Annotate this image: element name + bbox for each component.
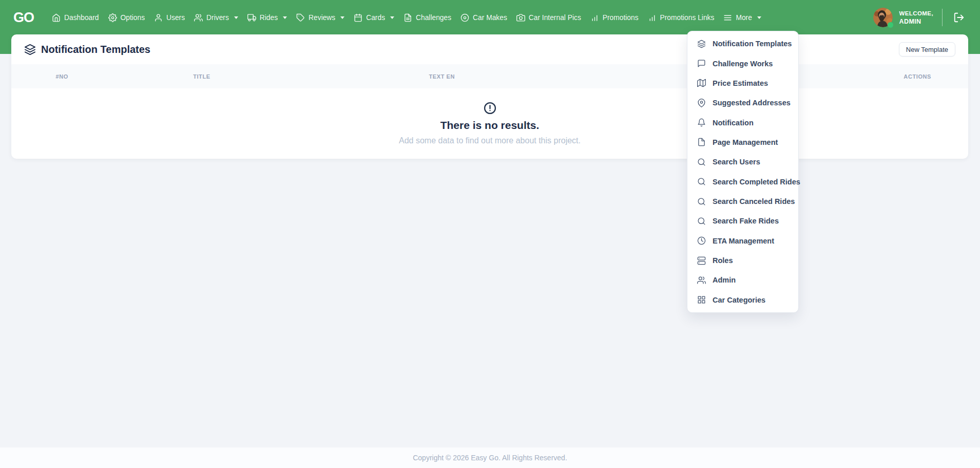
layers-icon [24, 44, 36, 55]
card-header: Notification Templates New Template [11, 34, 968, 64]
menu-item-label: Notification [713, 119, 754, 127]
chevron-down-icon [234, 16, 238, 19]
column-header-title: TITLE [113, 73, 291, 80]
file-text-icon [403, 13, 412, 22]
menu-item-label: Search Fake Rides [713, 217, 779, 225]
menu-item-admin[interactable]: Admin [687, 270, 798, 290]
server-icon [697, 256, 706, 265]
layers-icon [697, 40, 706, 48]
online-status-dot [888, 22, 893, 28]
bar-chart-icon [648, 13, 657, 22]
nav-item-label: Promotions [603, 14, 639, 22]
copyright-text: Copyright © 2026 Easy Go. All Rights Res… [413, 454, 567, 462]
column-header-no: #NO [11, 73, 113, 80]
nav-item-label: Promotions Links [660, 14, 715, 22]
layers-icon [24, 44, 36, 55]
menu-item-search-canceled-rides[interactable]: Search Canceled Rides [687, 192, 798, 211]
menu-icon [723, 13, 732, 22]
column-header-text-en: TEXT EN [291, 73, 593, 80]
nav-item-label: Reviews [309, 14, 335, 22]
nav-item-users[interactable]: Users [149, 7, 189, 28]
nav-item-label: Users [166, 14, 185, 22]
nav-item-label: Car Internal Pics [529, 14, 581, 22]
home-icon [52, 13, 61, 22]
menu-item-search-completed-rides[interactable]: Search Completed Rides [687, 172, 798, 192]
menu-item-challenge-works[interactable]: Challenge Works [687, 53, 798, 73]
page-title: Notification Templates [24, 44, 150, 55]
search-icon [697, 177, 706, 186]
menu-item-search-fake-rides[interactable]: Search Fake Rides [687, 211, 798, 231]
menu-item-notification[interactable]: Notification [687, 113, 798, 132]
page-title-text: Notification Templates [41, 44, 150, 55]
nav-item-rides[interactable]: Rides [243, 7, 292, 28]
nav-item-cards[interactable]: Cards [349, 7, 399, 28]
nav-item-label: Options [121, 14, 145, 22]
empty-state-title: There is no results. [440, 119, 540, 132]
new-template-button[interactable]: New Template [899, 42, 955, 57]
nav-item-options[interactable]: Options [104, 7, 150, 28]
empty-state: There is no results. Add some data to fi… [11, 88, 968, 159]
welcome-text: WELCOME, ADMIN [899, 10, 933, 25]
search-icon [697, 197, 706, 206]
user-icon [154, 13, 163, 22]
menu-item-label: ETA Management [713, 237, 774, 245]
column-header-actions: ACTIONS [867, 73, 968, 80]
file-icon [697, 138, 706, 146]
chevron-down-icon [390, 16, 394, 19]
truck-icon [247, 13, 256, 22]
nav-item-challenges[interactable]: Challenges [399, 7, 456, 28]
search-icon [697, 158, 706, 166]
gear-icon [108, 13, 117, 22]
grid-icon [697, 295, 706, 304]
page-footer: Copyright © 2026 Easy Go. All Rights Res… [0, 447, 980, 468]
chevron-down-icon [283, 16, 287, 19]
brand-logo[interactable]: GO [13, 10, 34, 26]
menu-item-notification-templates[interactable]: Notification Templates [687, 34, 798, 53]
logout-button[interactable] [951, 10, 967, 25]
nav-item-drivers[interactable]: Drivers [189, 7, 243, 28]
menu-item-search-users[interactable]: Search Users [687, 152, 798, 172]
logout-icon [953, 12, 965, 23]
nav-item-promotions[interactable]: Promotions [586, 7, 643, 28]
menu-item-page-management[interactable]: Page Management [687, 133, 798, 152]
menu-item-eta-management[interactable]: ETA Management [687, 231, 798, 251]
nav-item-label: Car Makes [473, 14, 507, 22]
notification-templates-card: Notification Templates New Template #NOT… [11, 34, 968, 159]
map-pin-icon [697, 99, 706, 107]
bar-chart-icon [590, 13, 599, 22]
nav-item-promotions-links[interactable]: Promotions Links [643, 7, 719, 28]
nav-item-label: Drivers [206, 14, 229, 22]
menu-item-label: Car Categories [713, 296, 765, 304]
nav-item-more[interactable]: More [719, 7, 765, 28]
nav-links: DashboardOptionsUsersDriversRidesReviews… [47, 7, 766, 28]
camera-icon [516, 13, 525, 22]
nav-item-car-makes[interactable]: Car Makes [456, 7, 512, 28]
chevron-down-icon [340, 16, 344, 19]
menu-item-price-estimates[interactable]: Price Estimates [687, 73, 798, 93]
clock-icon [697, 236, 706, 245]
empty-state-subtitle: Add some data to find out more about thi… [399, 136, 581, 145]
navbar-divider [942, 9, 943, 26]
nav-item-car-internal-pics[interactable]: Car Internal Pics [512, 7, 586, 28]
nav-item-dashboard[interactable]: Dashboard [47, 7, 104, 28]
menu-item-label: Roles [713, 256, 733, 265]
nav-item-reviews[interactable]: Reviews [292, 7, 349, 28]
alert-circle-icon [484, 102, 496, 115]
nav-item-label: More [736, 14, 752, 22]
nav-item-label: Cards [366, 14, 385, 22]
bell-icon [697, 118, 706, 127]
alert-circle-icon [484, 102, 496, 115]
top-navbar: GO DashboardOptionsUsersDriversRidesRevi… [0, 0, 980, 35]
message-icon [697, 59, 706, 68]
chevron-down-icon [757, 16, 761, 19]
calendar-icon [354, 13, 362, 22]
menu-item-label: Search Canceled Rides [713, 197, 795, 205]
menu-item-roles[interactable]: Roles [687, 251, 798, 270]
map-icon [697, 79, 706, 87]
menu-item-label: Search Completed Rides [713, 178, 800, 186]
search-icon [697, 217, 706, 226]
menu-item-suggested-addresses[interactable]: Suggested Addresses [687, 93, 798, 113]
logout-icon [953, 12, 965, 23]
avatar[interactable] [873, 8, 893, 27]
menu-item-car-categories[interactable]: Car Categories [687, 290, 798, 310]
